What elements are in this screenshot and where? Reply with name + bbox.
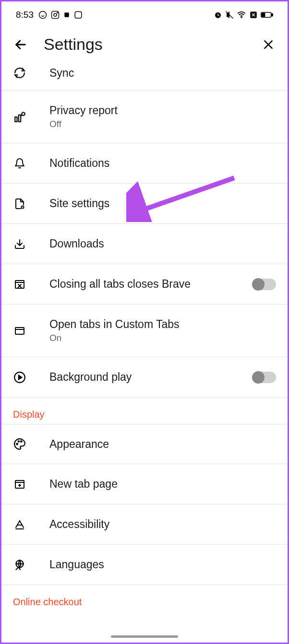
svg-marker-29 xyxy=(19,375,22,379)
site-settings-icon xyxy=(13,197,26,211)
settings-item-accessibility[interactable]: Accessibility xyxy=(1,504,288,545)
wifi-icon xyxy=(237,11,246,19)
svg-rect-26 xyxy=(15,328,24,334)
item-label: Sync xyxy=(49,67,276,80)
settings-item-custom-tabs[interactable]: Open tabs in Custom Tabs On xyxy=(1,304,288,357)
download-icon xyxy=(13,237,26,251)
whatsapp-icon xyxy=(38,11,47,19)
svg-point-2 xyxy=(54,13,57,16)
svg-rect-22 xyxy=(15,281,24,288)
settings-item-appearance[interactable]: Appearance xyxy=(1,424,288,464)
item-label: Notifications xyxy=(49,157,276,170)
palette-icon xyxy=(13,437,26,451)
status-right-icons xyxy=(214,11,273,19)
item-label: New tab page xyxy=(49,478,276,491)
close-icon xyxy=(262,38,275,51)
section-online-checkout: Online checkout xyxy=(1,585,288,611)
app-icon-2 xyxy=(74,11,83,19)
languages-icon xyxy=(13,558,26,572)
privacy-report-icon xyxy=(13,110,26,124)
settings-list: Sync Privacy report Off Notifications Si… xyxy=(1,61,288,611)
close-button[interactable] xyxy=(261,37,276,52)
settings-item-notifications[interactable]: Notifications xyxy=(1,143,288,184)
app-icon-1 xyxy=(63,12,70,18)
alarm-icon xyxy=(214,11,222,19)
settings-item-privacy-report[interactable]: Privacy report Off xyxy=(1,91,288,143)
item-label: Appearance xyxy=(49,438,276,451)
svg-point-0 xyxy=(39,11,46,18)
tab-icon xyxy=(13,324,26,338)
item-label: Closing all tabs closes Brave xyxy=(49,278,230,291)
back-arrow-icon xyxy=(14,38,27,51)
svg-rect-12 xyxy=(262,13,265,16)
svg-point-3 xyxy=(57,12,58,13)
instagram-icon xyxy=(51,11,60,19)
status-bar: 8:53 xyxy=(1,1,288,25)
settings-item-closing-tabs[interactable]: Closing all tabs closes Brave xyxy=(1,264,288,304)
svg-rect-5 xyxy=(75,12,82,18)
settings-item-languages[interactable]: Languages xyxy=(1,545,288,585)
settings-item-new-tab-page[interactable]: New tab page xyxy=(1,464,288,504)
home-indicator[interactable] xyxy=(111,635,178,638)
item-label: Languages xyxy=(49,558,276,571)
bell-icon xyxy=(13,157,26,170)
new-tab-icon xyxy=(13,478,26,491)
background-play-toggle[interactable] xyxy=(253,372,276,383)
item-label: Site settings xyxy=(49,197,276,210)
svg-line-19 xyxy=(21,115,22,116)
accessibility-icon xyxy=(13,518,26,531)
svg-point-30 xyxy=(16,444,18,445)
close-tab-icon xyxy=(13,278,26,291)
item-label: Background play xyxy=(49,371,230,384)
play-icon xyxy=(13,371,26,384)
mute-icon xyxy=(225,11,234,19)
svg-point-31 xyxy=(18,441,20,442)
svg-rect-16 xyxy=(15,117,17,122)
status-time: 8:53 xyxy=(16,10,34,20)
item-label: Privacy report xyxy=(49,104,276,117)
settings-item-downloads[interactable]: Downloads xyxy=(1,224,288,264)
battery-icon xyxy=(261,11,273,19)
svg-rect-17 xyxy=(19,115,21,121)
svg-rect-4 xyxy=(64,12,69,17)
svg-point-32 xyxy=(21,441,22,442)
sync-icon xyxy=(13,66,26,80)
closing-tabs-toggle[interactable] xyxy=(253,279,276,290)
settings-item-sync[interactable]: Sync xyxy=(1,61,288,91)
item-label: Open tabs in Custom Tabs xyxy=(49,318,276,331)
signal-icon xyxy=(249,11,258,19)
page-title: Settings xyxy=(44,35,245,54)
item-label: Downloads xyxy=(49,237,276,250)
back-button[interactable] xyxy=(13,37,28,52)
item-sublabel: On xyxy=(49,333,276,343)
svg-point-8 xyxy=(241,17,242,18)
svg-rect-11 xyxy=(272,13,273,16)
status-left-icons xyxy=(38,11,83,19)
settings-header: Settings xyxy=(1,25,288,61)
section-display: Display xyxy=(1,398,288,424)
svg-point-20 xyxy=(22,206,24,208)
settings-item-site-settings[interactable]: Site settings xyxy=(1,184,288,224)
item-sublabel: Off xyxy=(49,119,276,129)
settings-item-background-play[interactable]: Background play xyxy=(1,357,288,398)
item-label: Accessibility xyxy=(49,518,276,531)
